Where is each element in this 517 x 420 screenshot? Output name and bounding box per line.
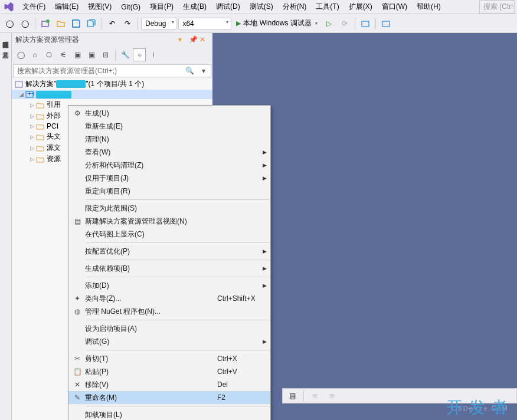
save-button[interactable] [69, 17, 83, 31]
bt-icon[interactable]: ▤ [285, 389, 299, 403]
project-node[interactable]: ◢ ++ [12, 90, 212, 99]
expander-icon[interactable]: ▷ [28, 102, 35, 108]
menu-item[interactable]: 调试(G) ▶ [68, 335, 270, 348]
svg-point-1 [46, 19, 50, 23]
expander-icon[interactable]: ◢ [18, 91, 25, 97]
panel-header: 解决方案资源管理器 ▾ 📌 ✕ [12, 33, 212, 47]
panel-toolbar: ◯ ⌂ ⚟ ▣ ▣ ⊟ 🔧 ⟐ ⁞ [12, 47, 212, 63]
start-nodebug-button[interactable]: ▷ [322, 17, 336, 31]
menu-debug[interactable]: 调试(D) [211, 0, 245, 14]
panel-search-input[interactable] [14, 65, 182, 77]
new-project-button[interactable] [38, 17, 53, 31]
nav-back-button[interactable]: ◯ [2, 17, 17, 31]
menu-item[interactable]: 按配置优化(P) ▶ [68, 245, 270, 258]
nav-fwd-button[interactable]: ◯ [18, 17, 32, 31]
menu-separator [86, 406, 270, 406]
menu-help[interactable]: 帮助(H) [412, 0, 446, 14]
redo-button[interactable]: ↷ [120, 17, 135, 31]
menu-item[interactable]: ⚙ 生成(U) [68, 107, 270, 120]
menu-project[interactable]: 项目(P) [145, 0, 178, 14]
expander-icon[interactable]: ▷ [28, 145, 35, 151]
refresh-icon[interactable]: ▣ [85, 48, 98, 61]
menu-item[interactable]: 重定向项目(R) [68, 185, 270, 198]
platform-combo[interactable]: x64 [178, 18, 231, 29]
menu-item[interactable]: 设为启动项目(A) [68, 322, 270, 335]
lifecycle-button[interactable]: ⟳ [338, 17, 352, 31]
filter-icon[interactable]: ⚟ [57, 48, 70, 61]
separator [355, 18, 355, 29]
menu-item[interactable]: ✂ 剪切(T) Ctrl+X [68, 352, 270, 365]
menu-edit[interactable]: 编辑(E) [50, 0, 83, 14]
back-icon[interactable]: ◯ [14, 48, 27, 61]
menu-item[interactable]: 限定为此范围(S) [68, 202, 270, 215]
menu-item[interactable]: 分析和代码清理(Z) ▶ [68, 159, 270, 172]
menu-item[interactable]: ✕ 移除(V) Del [68, 378, 270, 391]
undo-button[interactable]: ↶ [105, 17, 119, 31]
start-debug-button[interactable]: ▶ 本地 Windows 调试器 ▾ [233, 17, 320, 29]
props-icon[interactable]: ⁞ [147, 48, 160, 61]
main-toolbar: ◯ ◯ ↶ ↷ Debug x64 ▶ 本地 Windows 调试器 ▾ ▷ ⟳ [0, 14, 517, 33]
separator [35, 18, 35, 29]
menu-item[interactable]: 在代码图上显示(C) [68, 228, 270, 241]
separator [115, 49, 116, 61]
expander-icon[interactable]: ▷ [28, 134, 35, 140]
submenu-arrow-icon: ▶ [263, 162, 267, 168]
menu-item[interactable]: ✎ 重命名(M) F2 [68, 391, 270, 404]
collapse-icon[interactable]: ⊟ [99, 48, 112, 61]
menu-item[interactable]: ▤ 新建解决方案资源管理器视图(N) [68, 215, 270, 228]
sync-icon[interactable] [42, 48, 55, 61]
preview-icon[interactable]: ⟐ [133, 48, 146, 61]
remove-icon: ✕ [70, 380, 85, 389]
close-icon[interactable]: ✕ [199, 35, 209, 45]
menu-extensions[interactable]: 扩展(X) [344, 0, 377, 14]
menu-file[interactable]: 文件(F) [18, 0, 50, 14]
save-all-button[interactable] [84, 17, 99, 31]
menu-label: 生成依赖项(B) [85, 264, 217, 274]
search-icon[interactable]: 🔍 [182, 65, 197, 77]
menu-label: 设为启动项目(A) [85, 324, 217, 334]
expander-icon[interactable]: ▷ [28, 123, 35, 129]
menu-test[interactable]: 测试(S) [245, 0, 278, 14]
menu-item[interactable]: ✦ 类向导(Z)... Ctrl+Shift+X [68, 292, 270, 305]
toolbar-btn-a[interactable] [358, 17, 372, 31]
open-button[interactable] [54, 17, 68, 31]
config-combo[interactable]: Debug [141, 18, 177, 29]
menu-analyze[interactable]: 分析(N) [278, 0, 312, 14]
search-dd-icon[interactable]: ▾ [197, 65, 211, 77]
showall-icon[interactable]: ▣ [71, 48, 84, 61]
separator [138, 18, 138, 29]
menu-item[interactable]: 仅用于项目(J) ▶ [68, 172, 270, 185]
menu-item[interactable]: 📋 粘贴(P) Ctrl+V [68, 365, 270, 378]
folder-icon [35, 122, 45, 130]
left-rail: 服务器资源管理器 工具箱 [0, 33, 12, 420]
menu-view[interactable]: 视图(V) [83, 0, 116, 14]
expander-icon[interactable]: ▷ [28, 156, 35, 162]
menu-item[interactable]: 生成依赖项(B) ▶ [68, 262, 270, 275]
indent-less-icon[interactable]: ≣ [308, 389, 322, 403]
menu-tools[interactable]: 工具(T) [311, 0, 343, 14]
menu-item[interactable]: 卸载项目(L) [68, 408, 270, 420]
menu-window[interactable]: 窗口(W) [377, 0, 412, 14]
menu-label: 卸载项目(L) [85, 410, 217, 420]
menu-item[interactable]: 清理(N) [68, 133, 270, 146]
menu-separator [86, 350, 270, 350]
menu-separator [86, 242, 270, 243]
menu-label: 移除(V) [85, 380, 217, 390]
expander-icon[interactable]: ▷ [28, 113, 35, 119]
quick-search-input[interactable]: 搜索 (Ctrl+ [479, 0, 515, 14]
indent-more-icon[interactable]: ≣ [325, 389, 339, 403]
dropdown-icon[interactable]: ▾ [178, 35, 188, 45]
pin-icon[interactable]: 📌 [189, 35, 198, 45]
menu-item[interactable]: 查看(W) ▶ [68, 146, 270, 159]
menu-item[interactable]: 重新生成(E) [68, 120, 270, 133]
cut-icon: ✂ [70, 355, 85, 363]
menu-build[interactable]: 生成(B) [178, 0, 211, 14]
menu-item[interactable]: ◍ 管理 NuGet 程序包(N)... [68, 305, 270, 318]
home-icon[interactable]: ⌂ [28, 48, 41, 61]
toolbar-btn-b[interactable] [379, 17, 393, 31]
menu-label: 剪切(T) [85, 354, 217, 364]
solution-node[interactable]: 解决方案""(1 个项目/共 1 个) [12, 78, 212, 90]
wrench-icon[interactable]: 🔧 [119, 48, 132, 61]
menu-item[interactable]: 添加(D) ▶ [68, 279, 270, 292]
menu-git[interactable]: Git(G) [116, 1, 145, 13]
